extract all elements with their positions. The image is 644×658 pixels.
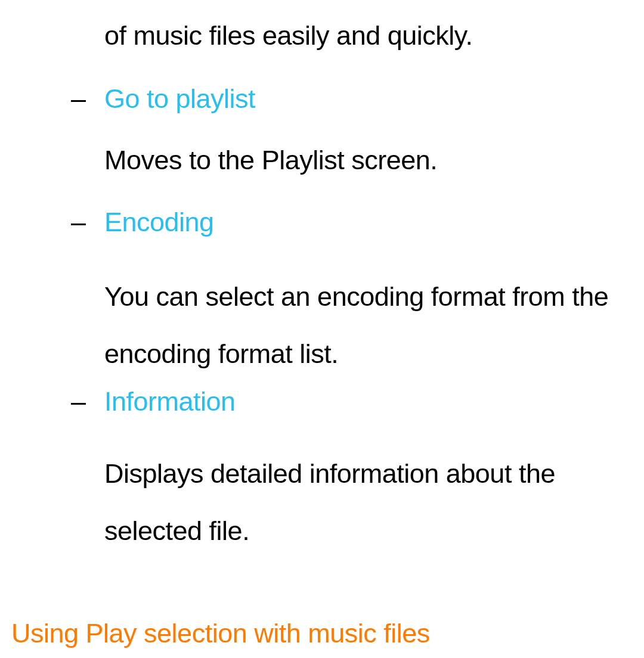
list-dash-icon: – (71, 207, 86, 238)
list-item-desc: You can select an encoding format from t… (104, 268, 620, 383)
list-dash-icon: – (71, 83, 86, 114)
previous-page-tail-text: of music files easily and quickly. (104, 20, 620, 51)
list-item-title-go-to-playlist: Go to playlist (104, 83, 620, 114)
list-item-title-encoding: Encoding (104, 207, 620, 238)
document-page: { "fragment": { "lead_tail": "of music f… (0, 0, 644, 658)
list-item-desc: Moves to the Playlist screen. (104, 145, 620, 176)
list-item-desc: Displays detailed information about the … (104, 445, 620, 560)
list-dash-icon: – (71, 386, 86, 417)
list-item-title-information: Information (104, 386, 620, 417)
section-heading: Using Play selection with music files (11, 618, 430, 649)
